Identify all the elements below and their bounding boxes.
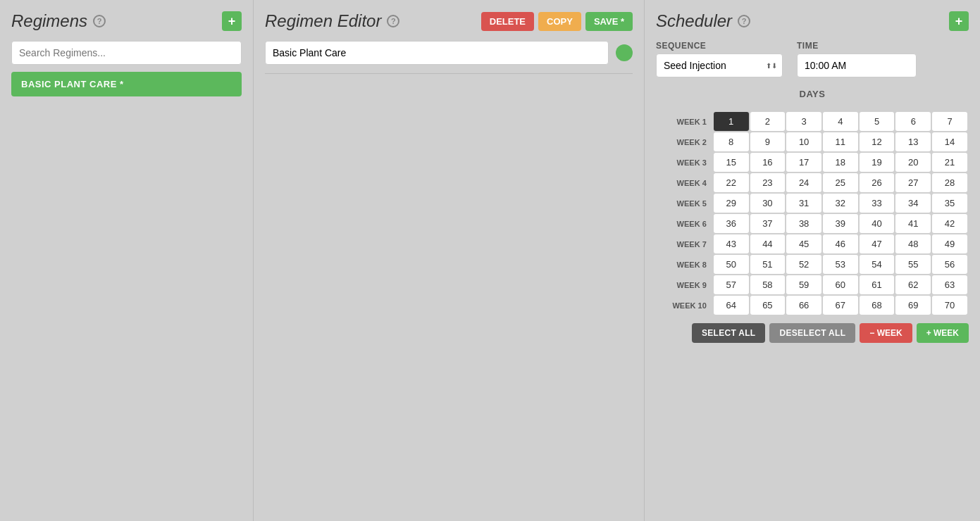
day-cell[interactable]: 49 [932, 234, 967, 253]
day-cell[interactable]: 33 [860, 194, 895, 213]
day-cell[interactable]: 46 [823, 234, 858, 253]
col-header-5 [860, 105, 895, 111]
day-cell[interactable]: 47 [860, 234, 895, 253]
day-cell[interactable]: 57 [714, 275, 749, 294]
day-cell[interactable]: 56 [932, 255, 967, 274]
day-cell[interactable]: 38 [786, 214, 821, 233]
week-label: WEEK 2 [657, 132, 712, 151]
copy-button[interactable]: COPY [538, 12, 581, 31]
day-cell[interactable]: 50 [714, 255, 749, 274]
editor-help-icon[interactable]: ? [387, 15, 399, 27]
day-cell[interactable]: 55 [895, 255, 931, 274]
day-cell[interactable]: 66 [786, 296, 821, 315]
day-cell[interactable]: 4 [823, 112, 858, 131]
day-cell[interactable]: 64 [714, 296, 749, 315]
search-regimens-input[interactable] [11, 41, 242, 65]
day-cell[interactable]: 39 [823, 214, 858, 233]
day-cell[interactable]: 21 [932, 153, 967, 172]
day-cell[interactable]: 1 [714, 112, 749, 131]
day-cell[interactable]: 18 [823, 153, 858, 172]
day-cell[interactable]: 2 [750, 112, 786, 131]
time-input[interactable] [797, 54, 917, 77]
sequence-group: SEQUENCE Seed Injection [656, 41, 783, 77]
day-cell[interactable]: 5 [860, 112, 895, 131]
day-cell[interactable]: 8 [714, 132, 749, 151]
day-cell[interactable]: 43 [714, 234, 749, 253]
day-cell[interactable]: 65 [750, 296, 786, 315]
day-cell[interactable]: 19 [860, 153, 895, 172]
day-cell[interactable]: 61 [860, 275, 895, 294]
day-cell[interactable]: 67 [823, 296, 858, 315]
day-cell[interactable]: 10 [786, 132, 821, 151]
day-cell[interactable]: 68 [860, 296, 895, 315]
day-cell[interactable]: 23 [750, 173, 786, 192]
regimen-name-input[interactable] [265, 41, 609, 65]
select-all-button[interactable]: SELECT ALL [692, 323, 766, 343]
day-cell[interactable]: 40 [860, 214, 895, 233]
week-label: WEEK 8 [657, 255, 712, 274]
regimens-title: Regimens [11, 11, 87, 31]
scheduler-title: Scheduler [656, 11, 732, 31]
day-cell[interactable]: 12 [860, 132, 895, 151]
day-cell[interactable]: 13 [895, 132, 931, 151]
day-cell[interactable]: 70 [932, 296, 967, 315]
day-cell[interactable]: 30 [750, 194, 786, 213]
regimen-list-item[interactable]: BASIC PLANT CARE * [11, 72, 242, 96]
day-cell[interactable]: 25 [823, 173, 858, 192]
day-cell[interactable]: 27 [895, 173, 931, 192]
table-row: WEEK 529303132333435 [657, 194, 967, 213]
day-cell[interactable]: 22 [714, 173, 749, 192]
day-cell[interactable]: 16 [750, 153, 786, 172]
day-cell[interactable]: 45 [786, 234, 821, 253]
calendar: DAYS WEEK 11234567WEEK 2891011121314WEEK… [656, 89, 969, 316]
add-scheduler-button[interactable]: + [949, 11, 969, 31]
scheduler-help-icon[interactable]: ? [738, 15, 750, 27]
day-cell[interactable]: 28 [932, 173, 967, 192]
day-cell[interactable]: 34 [895, 194, 931, 213]
day-cell[interactable]: 69 [895, 296, 931, 315]
day-cell[interactable]: 58 [750, 275, 786, 294]
day-cell[interactable]: 53 [823, 255, 858, 274]
day-cell[interactable]: 62 [895, 275, 931, 294]
minus-week-button[interactable]: − WEEK [860, 323, 912, 343]
sequence-select[interactable]: Seed Injection [656, 54, 783, 77]
day-cell[interactable]: 14 [932, 132, 967, 151]
table-row: WEEK 636373839404142 [657, 214, 967, 233]
scheduler-panel: Scheduler ? + SEQUENCE Seed Injection TI… [645, 0, 980, 521]
day-cell[interactable]: 31 [786, 194, 821, 213]
day-cell[interactable]: 41 [895, 214, 931, 233]
day-cell[interactable]: 3 [786, 112, 821, 131]
day-cell[interactable]: 48 [895, 234, 931, 253]
day-cell[interactable]: 11 [823, 132, 858, 151]
day-cell[interactable]: 54 [860, 255, 895, 274]
day-cell[interactable]: 32 [823, 194, 858, 213]
day-cell[interactable]: 52 [786, 255, 821, 274]
day-cell[interactable]: 51 [750, 255, 786, 274]
week-label: WEEK 9 [657, 275, 712, 294]
day-cell[interactable]: 42 [932, 214, 967, 233]
table-row: WEEK 850515253545556 [657, 255, 967, 274]
day-cell[interactable]: 63 [932, 275, 967, 294]
day-cell[interactable]: 35 [932, 194, 967, 213]
day-cell[interactable]: 24 [786, 173, 821, 192]
week-label: WEEK 3 [657, 153, 712, 172]
day-cell[interactable]: 20 [895, 153, 931, 172]
day-cell[interactable]: 7 [932, 112, 967, 131]
save-button[interactable]: SAVE * [585, 12, 633, 31]
day-cell[interactable]: 17 [786, 153, 821, 172]
day-cell[interactable]: 60 [823, 275, 858, 294]
regimens-help-icon[interactable]: ? [93, 15, 106, 27]
day-cell[interactable]: 9 [750, 132, 786, 151]
day-cell[interactable]: 37 [750, 214, 786, 233]
day-cell[interactable]: 26 [860, 173, 895, 192]
add-regimen-button[interactable]: + [222, 11, 242, 31]
day-cell[interactable]: 6 [895, 112, 931, 131]
delete-button[interactable]: DELETE [481, 12, 534, 31]
day-cell[interactable]: 59 [786, 275, 821, 294]
deselect-all-button[interactable]: DESELECT ALL [769, 323, 855, 343]
day-cell[interactable]: 15 [714, 153, 749, 172]
day-cell[interactable]: 36 [714, 214, 749, 233]
day-cell[interactable]: 44 [750, 234, 786, 253]
plus-week-button[interactable]: + WEEK [917, 323, 969, 343]
day-cell[interactable]: 29 [714, 194, 749, 213]
